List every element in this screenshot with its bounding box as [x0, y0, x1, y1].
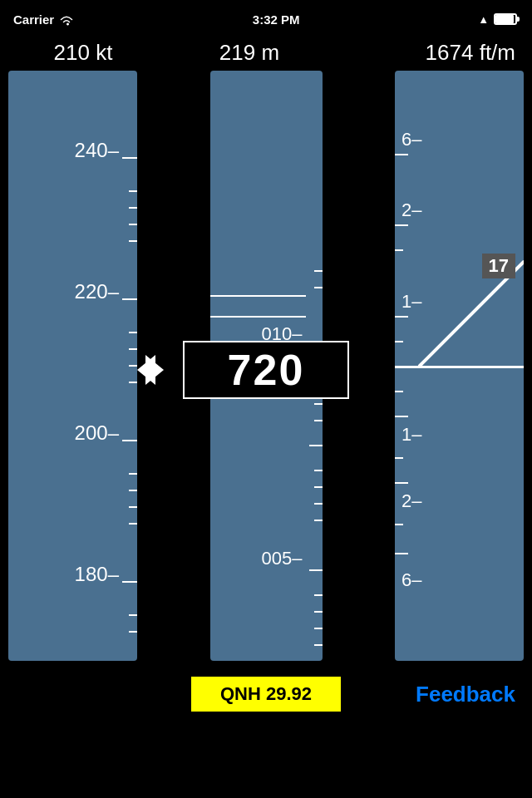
status-time: 3:32 PM: [253, 12, 300, 27]
status-bar: Carrier 3:32 PM ▲: [0, 0, 532, 37]
qnh-display: QNH 29.92: [191, 677, 341, 712]
speed-pointer-right: [145, 355, 164, 385]
location-icon: ▲: [478, 13, 489, 26]
status-right: ▲: [478, 13, 519, 26]
speed-tick-220: 220–: [75, 280, 119, 303]
wifi-icon: [59, 12, 74, 26]
alt-tick-005: 005–: [262, 548, 303, 569]
vsi-tape[interactable]: 6– 2– 1– 1– 2– 6– 17: [395, 71, 524, 661]
instruments-area: 240– 220– 200– 180– 010–: [0, 71, 532, 669]
speed-tick-240: 240–: [75, 139, 119, 162]
altitude-label: 219 m: [166, 40, 332, 66]
battery-icon: [494, 13, 519, 25]
vsi-label-1top: 1–: [401, 291, 421, 313]
airspeed-tape[interactable]: 240– 220– 200– 180–: [8, 71, 137, 661]
vsi-label-2top: 2–: [401, 200, 421, 221]
vsi-label-1bot: 1–: [401, 424, 421, 446]
speed-label: 210 kt: [17, 40, 150, 66]
vsi-label-6bot: 6–: [401, 569, 421, 591]
vsi-label-6top: 6–: [401, 129, 421, 150]
feedback-button[interactable]: Feedback: [416, 682, 515, 707]
altitude-value: 720: [228, 345, 305, 395]
top-labels: 210 kt 219 m 1674 ft/m: [0, 37, 532, 71]
bottom-bar: QNH 29.92 Feedback: [0, 669, 532, 719]
vsi-badge: 17: [482, 254, 515, 278]
altitude-readout: 720: [183, 341, 349, 399]
speed-tick-200: 200–: [75, 421, 119, 445]
vsi-label: 1674 ft/m: [349, 40, 515, 66]
carrier-text: Carrier: [13, 12, 54, 27]
speed-tick-180: 180–: [75, 563, 119, 586]
status-carrier: Carrier: [13, 12, 74, 26]
vsi-label-2bot: 2–: [401, 490, 421, 512]
